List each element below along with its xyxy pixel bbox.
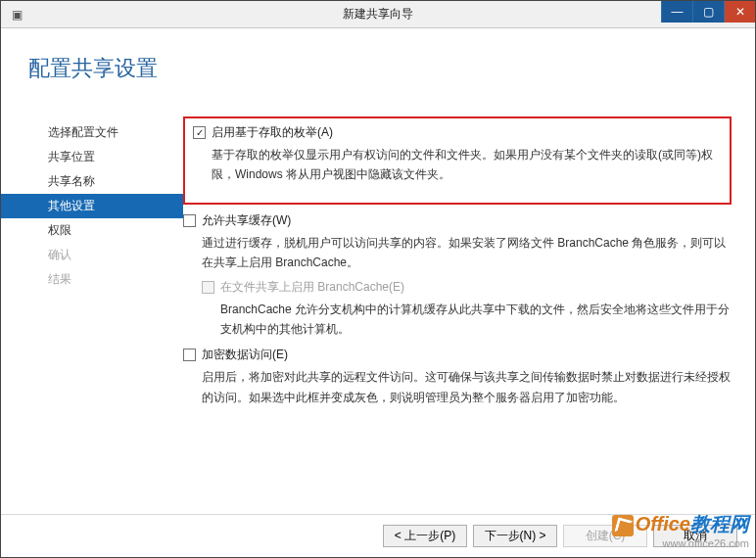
label-branchcache: 在文件共享上启用 BranchCache(E): [220, 279, 404, 296]
sidebar-item-confirm: 确认: [1, 243, 183, 267]
sidebar-item-profile[interactable]: 选择配置文件: [1, 120, 183, 145]
content-area: 配置共享设置 选择配置文件 共享位置 共享名称 其他设置 权限 确认 结果 启用…: [1, 28, 755, 557]
titlebar: ▣ 新建共享向导 — ▢ ✕: [1, 1, 755, 28]
window-controls: — ▢ ✕: [661, 1, 755, 23]
label-encrypt[interactable]: 加密数据访问(E): [202, 347, 288, 363]
option-abe: 启用基于存取的枚举(A) 基于存取的枚举仅显示用户有权访问的文件和文件夹。如果用…: [193, 124, 722, 185]
sidebar-item-results: 结果: [1, 267, 183, 292]
body: 选择配置文件 共享位置 共享名称 其他设置 权限 确认 结果 启用基于存取的枚举…: [1, 118, 755, 514]
close-button[interactable]: ✕: [724, 1, 755, 23]
page-heading: 配置共享设置: [1, 28, 755, 103]
wizard-window: ▣ 新建共享向导 — ▢ ✕ 配置共享设置 选择配置文件 共享位置 共享名称 其…: [0, 0, 756, 558]
option-cache: 允许共享缓存(W) 通过进行缓存，脱机用户可以访问共享的内容。如果安装了网络文件…: [183, 212, 732, 340]
option-branchcache: 在文件共享上启用 BranchCache(E) BranchCache 允许分支…: [202, 279, 732, 340]
sidebar-item-permissions[interactable]: 权限: [1, 218, 183, 243]
option-encrypt: 加密数据访问(E) 启用后，将加密对此共享的远程文件访问。这可确保与该共享之间传…: [183, 347, 732, 407]
cancel-button[interactable]: 取消: [653, 525, 737, 547]
desc-cache: 通过进行缓存，脱机用户可以访问共享的内容。如果安装了网络文件 BranchCac…: [202, 233, 732, 273]
desc-abe: 基于存取的枚举仅显示用户有权访问的文件和文件夹。如果用户没有某个文件夹的读取(或…: [212, 145, 722, 185]
sidebar-item-location[interactable]: 共享位置: [1, 145, 183, 169]
label-cache[interactable]: 允许共享缓存(W): [202, 212, 291, 229]
window-title: 新建共享向导: [1, 6, 755, 23]
highlight-abe: 启用基于存取的枚举(A) 基于存取的枚举仅显示用户有权访问的文件和文件夹。如果用…: [183, 116, 732, 205]
wizard-footer: < 上一步(P) 下一步(N) > 创建(C) 取消: [1, 514, 755, 557]
desc-branchcache: BranchCache 允许分支机构中的计算机缓存从此共享中下载的文件，然后安全…: [220, 300, 732, 340]
next-button[interactable]: 下一步(N) >: [473, 525, 557, 547]
maximize-button[interactable]: ▢: [692, 1, 724, 23]
sidebar-item-name[interactable]: 共享名称: [1, 169, 183, 194]
checkbox-encrypt[interactable]: [183, 349, 196, 361]
minimize-button[interactable]: —: [661, 1, 692, 23]
desc-encrypt: 启用后，将加密对此共享的远程文件访问。这可确保与该共享之间传输数据时禁止对数据进…: [202, 367, 732, 407]
checkbox-abe[interactable]: [193, 126, 206, 139]
steps-sidebar: 选择配置文件 共享位置 共享名称 其他设置 权限 确认 结果: [1, 118, 183, 514]
previous-button[interactable]: < 上一步(P): [383, 525, 467, 547]
sidebar-item-other-settings[interactable]: 其他设置: [1, 194, 183, 218]
settings-panel: 启用基于存取的枚举(A) 基于存取的枚举仅显示用户有权访问的文件和文件夹。如果用…: [183, 118, 755, 514]
checkbox-branchcache: [202, 281, 214, 294]
create-button: 创建(C): [563, 525, 647, 547]
checkbox-cache[interactable]: [183, 214, 196, 227]
label-abe[interactable]: 启用基于存取的枚举(A): [212, 124, 333, 141]
app-icon: ▣: [7, 5, 26, 24]
